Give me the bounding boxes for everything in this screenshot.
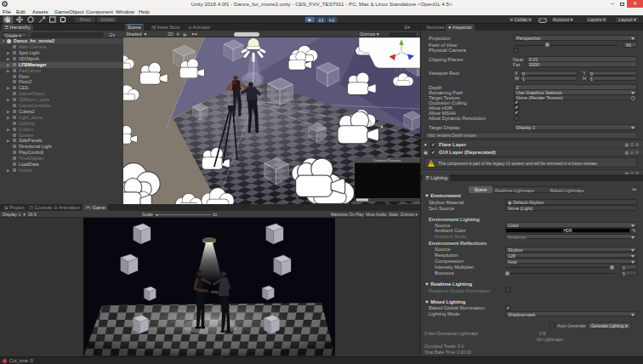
svg-text:Camera Preview: Camera Preview (373, 158, 401, 162)
